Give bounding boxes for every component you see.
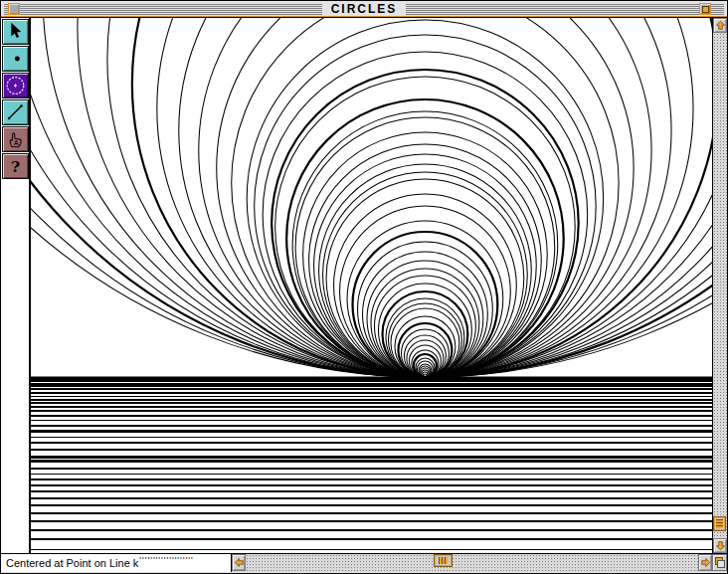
tool-text-label[interactable]: A: [2, 126, 29, 152]
vertical-scroll-track[interactable]: [713, 33, 727, 538]
scroll-up-button[interactable]: [713, 18, 727, 33]
up-arrow-icon: [715, 20, 726, 31]
svg-text:?: ?: [11, 157, 20, 176]
sketch-svg: [31, 18, 712, 553]
vertical-scroll-thumb[interactable]: [713, 516, 726, 531]
grow-box-front-square-icon: [717, 560, 725, 568]
vertical-scrollbar[interactable]: [712, 18, 727, 553]
tool-palette: A ?: [1, 18, 31, 553]
sketch-canvas[interactable]: [31, 18, 712, 553]
title-bar[interactable]: CIRCLES: [1, 1, 727, 17]
svg-text:A: A: [14, 139, 19, 146]
zoom-box[interactable]: [699, 3, 711, 15]
horizontal-scroll-thumb[interactable]: [434, 554, 453, 567]
hand-a-icon: A: [3, 127, 28, 151]
point-icon: [3, 47, 28, 71]
question-mark-icon: ?: [3, 154, 28, 178]
tool-selection-arrow[interactable]: [2, 19, 29, 45]
zoom-box-inner-icon: [702, 6, 709, 13]
window-title: CIRCLES: [322, 2, 407, 16]
circle-icon: [3, 74, 28, 97]
segment-icon: [3, 100, 28, 124]
close-box[interactable]: [8, 3, 20, 15]
grow-box[interactable]: [712, 554, 727, 571]
tool-help-info[interactable]: ?: [2, 153, 29, 179]
arrow-cursor-icon: [3, 20, 28, 44]
window-content: A ?: [1, 17, 727, 553]
app-window: CIRCLES: [0, 0, 728, 574]
scroll-right-button[interactable]: [698, 554, 712, 571]
scroll-left-button[interactable]: [232, 554, 246, 571]
scroll-down-button[interactable]: [713, 538, 727, 553]
tool-point[interactable]: [2, 46, 29, 72]
horizontal-scroll-track[interactable]: [246, 554, 698, 571]
status-tick-marks: '''''''''''''''''''': [139, 555, 193, 565]
status-bar: Centered at Point on Line k ''''''''''''…: [1, 554, 232, 572]
bottom-bar: Centered at Point on Line k ''''''''''''…: [1, 553, 727, 572]
status-message: Centered at Point on Line k: [6, 557, 138, 569]
down-arrow-icon: [715, 540, 726, 551]
right-arrow-icon: [700, 557, 711, 568]
left-arrow-icon: [234, 557, 245, 568]
tool-compass-circle[interactable]: [2, 73, 29, 98]
tool-straightedge-line[interactable]: [2, 99, 29, 125]
